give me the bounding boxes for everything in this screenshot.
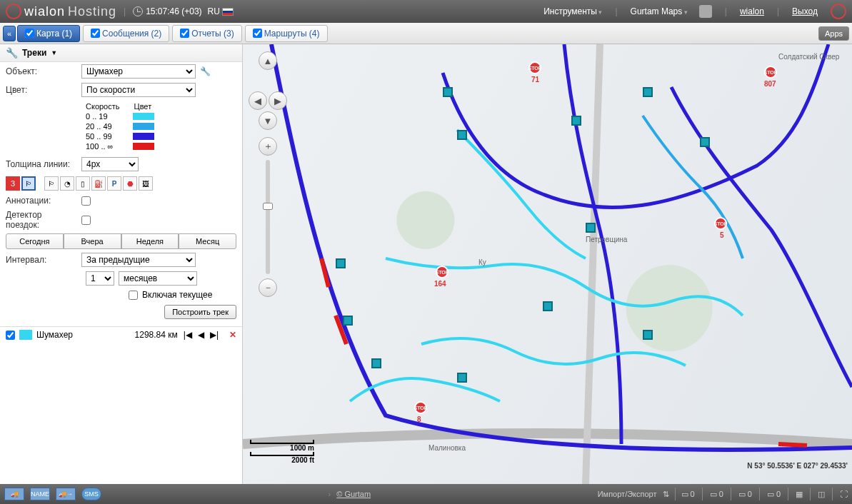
unit-marker[interactable] — [643, 87, 653, 97]
unit-marker[interactable] — [443, 87, 453, 97]
unit-marker[interactable] — [371, 358, 381, 368]
unit-marker[interactable] — [457, 373, 467, 383]
tool-events-icon[interactable]: ▯ — [76, 176, 90, 191]
tool-stop-icon[interactable]: ⬣ — [123, 176, 137, 191]
track-list: Шумахер 1298.84 км |◀ ◀ ▶| ✕ — [0, 326, 242, 343]
import-export-icon[interactable]: ⇅ — [663, 490, 669, 499]
footer-tool-2-icon[interactable]: NAME — [30, 488, 50, 500]
zoom-slider[interactable] — [266, 160, 270, 274]
nav-back-button[interactable]: « — [3, 26, 16, 41]
pan-up-button[interactable]: ▲ — [259, 51, 277, 70]
interval-unit-select[interactable]: месяцев — [119, 271, 197, 286]
build-track-button[interactable]: Построить трек — [164, 305, 236, 319]
period-today[interactable]: Сегодня — [6, 233, 64, 249]
footer-stat-1[interactable]: ▭0 — [681, 490, 695, 499]
period-yesterday[interactable]: Вчера — [64, 233, 121, 249]
trip-detector-check[interactable] — [81, 216, 91, 225]
stop-label: 5 — [720, 231, 724, 239]
maps-menu[interactable]: Gurtam Maps — [631, 6, 688, 16]
tool-image-icon[interactable]: 🖼 — [139, 176, 153, 191]
thickness-select[interactable]: 4px — [81, 157, 139, 171]
instruments-menu[interactable]: Инструменты — [543, 6, 602, 16]
pan-down-button[interactable]: ▼ — [259, 111, 277, 130]
footer-layers-icon[interactable]: ◫ — [818, 490, 825, 499]
track-prev-icon[interactable]: ◀ — [196, 330, 206, 340]
tracks-panel: 🔧 Треки ▼ Объект: Шумахер 🔧 Цвет: По ско… — [0, 44, 243, 484]
footer-stat-4[interactable]: ▭0 — [767, 490, 781, 499]
tab-map-check[interactable] — [25, 29, 34, 38]
footer-grid-icon[interactable]: ▦ — [796, 490, 803, 499]
apps-button[interactable]: Apps — [818, 26, 849, 41]
footer-tool-1-icon[interactable]: 🚚 — [4, 488, 24, 500]
unit-marker[interactable] — [586, 223, 596, 233]
logo-icon — [6, 4, 21, 19]
tool-fuel-icon[interactable]: ⛽ — [91, 176, 106, 191]
footer-stat-2[interactable]: ▭0 — [710, 490, 723, 499]
zoom-in-button[interactable]: ＋ — [259, 137, 277, 156]
tab-messages-check[interactable] — [91, 29, 100, 38]
tool-flag-icon[interactable]: 🏳 — [21, 176, 36, 191]
map[interactable]: STOP 8 STOP 164 STOP 71 STOP 5 STOP 807 … — [243, 44, 852, 484]
lang-switch[interactable]: RU — [208, 6, 234, 16]
pan-left-button[interactable]: ◀ — [249, 91, 267, 110]
footer-tool-4-icon[interactable]: SMS — [81, 488, 101, 500]
logout-link[interactable]: Выход — [792, 6, 818, 16]
tab-reports[interactable]: Отчеты (3) — [172, 25, 241, 42]
logo: wialonHosting — [6, 4, 116, 19]
annotations-check[interactable] — [81, 196, 91, 206]
stop-marker[interactable]: STOP — [764, 66, 777, 79]
object-settings-icon[interactable]: 🔧 — [200, 66, 211, 76]
tab-reports-check[interactable] — [180, 29, 189, 38]
user-link[interactable]: wialon — [740, 6, 764, 16]
tab-messages[interactable]: Сообщения (2) — [83, 25, 169, 42]
track-delete-button[interactable]: ✕ — [229, 330, 236, 340]
interval-mode-select[interactable]: За предыдущие — [81, 253, 196, 267]
tab-routes-check[interactable] — [253, 29, 262, 38]
unit-marker[interactable] — [700, 137, 710, 147]
clock-icon — [133, 6, 143, 16]
footer-tool-3-icon[interactable]: 🚚→ — [56, 488, 76, 500]
stop-marker[interactable]: STOP — [714, 217, 727, 230]
track-first-icon[interactable]: |◀ — [181, 330, 194, 340]
user-icon[interactable] — [699, 5, 712, 18]
unit-marker[interactable] — [571, 116, 581, 126]
footer: 🚚 NAME 🚚→ SMS › © Gurtam Импорт/Экспорт … — [0, 484, 852, 504]
copyright-link[interactable]: © Gurtam — [336, 490, 371, 498]
logo-icon-right — [831, 4, 846, 19]
object-select[interactable]: Шумахер — [81, 64, 196, 79]
include-current-check[interactable] — [129, 291, 138, 300]
scale-bar: 1000 m 2000 ft — [250, 440, 314, 464]
track-item-check[interactable] — [6, 331, 15, 340]
tab-map[interactable]: Карта (1) — [17, 25, 80, 42]
tab-routes[interactable]: Маршруты (4) — [245, 25, 328, 42]
zoom-out-button[interactable]: － — [259, 278, 277, 297]
period-week[interactable]: Неделя — [121, 233, 179, 249]
unit-marker[interactable] — [643, 330, 653, 340]
interval-n-select[interactable]: 1 — [86, 271, 114, 286]
unit-marker[interactable] — [336, 258, 346, 268]
tool-a-icon[interactable]: 🏳 — [44, 176, 59, 191]
import-export-link[interactable]: Импорт/Экспорт — [598, 490, 657, 498]
unit-marker[interactable] — [457, 130, 467, 140]
stop-marker[interactable]: STOP — [528, 61, 541, 74]
footer-stat-3[interactable]: ▭0 — [738, 490, 752, 499]
speed-legend: СкоростьЦвет 0 .. 19 20 .. 49 50 .. 99 1… — [86, 102, 242, 152]
footer-expand-icon[interactable]: ⛶ — [840, 490, 848, 498]
tracks-header[interactable]: 🔧 Треки ▼ — [0, 44, 242, 62]
track-distance: 1298.84 км — [133, 330, 180, 340]
period-month[interactable]: Месяц — [179, 233, 236, 249]
map-controls: ▲ ◀ ▶ ▼ ＋ － — [249, 51, 287, 297]
tool-parking-icon[interactable]: P — [107, 176, 121, 191]
color-select[interactable]: По скорости — [81, 83, 196, 97]
zoom-thumb[interactable] — [263, 203, 273, 210]
pan-right-button[interactable]: ▶ — [269, 91, 287, 110]
interval-label: Интервал: — [6, 255, 77, 265]
tab-bar: « Карта (1) Сообщения (2) Отчеты (3) Мар… — [0, 23, 852, 44]
unit-marker[interactable] — [343, 316, 353, 326]
track-next-icon[interactable]: ▶| — [208, 330, 221, 340]
unit-marker[interactable] — [543, 301, 553, 311]
tool-speed-icon[interactable]: ◔ — [60, 176, 74, 191]
stop-marker[interactable]: STOP — [414, 401, 427, 414]
tool-markers-icon[interactable]: З — [6, 176, 20, 191]
stop-marker[interactable]: STOP — [436, 266, 448, 278]
